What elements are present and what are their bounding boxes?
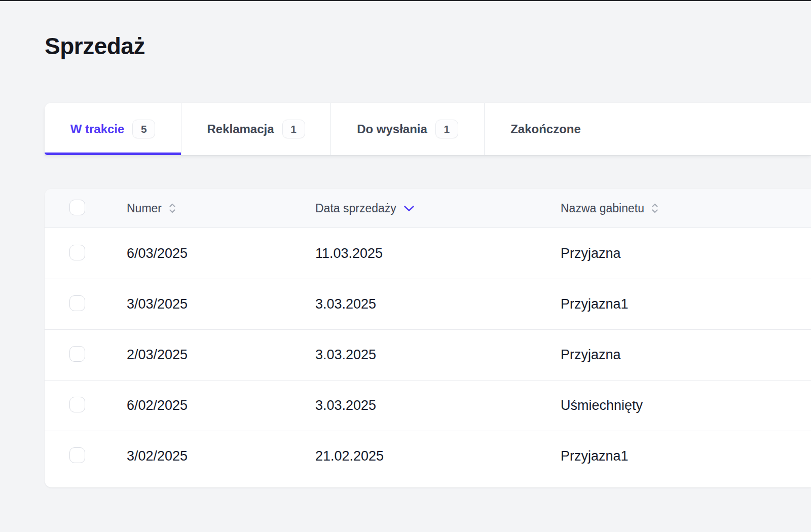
tab-bar-filler — [607, 103, 811, 155]
column-header-data-sprzedazy[interactable]: Data sprzedaży — [315, 202, 561, 215]
row-checkbox[interactable] — [69, 346, 85, 362]
tab-do-wyslania[interactable]: Do wysłania 1 — [330, 103, 484, 155]
sales-page: Sprzedaż W trakcie 5 Reklamacja 1 Do wys… — [0, 32, 811, 487]
tab-label: Reklamacja — [207, 122, 274, 136]
cell-numer: 6/03/2025 — [127, 246, 315, 261]
table-row[interactable]: 3/03/2025 3.03.2025 Przyjazna1 — [45, 279, 811, 329]
sales-tab-bar: W trakcie 5 Reklamacja 1 Do wysłania 1 Z… — [45, 103, 811, 155]
tab-reklamacja[interactable]: Reklamacja 1 — [181, 103, 330, 155]
sort-updown-icon — [651, 202, 659, 215]
cell-data-sprzedazy: 3.03.2025 — [315, 347, 561, 363]
tab-count-badge: 5 — [132, 120, 155, 138]
row-checkbox[interactable] — [69, 447, 85, 463]
cell-nazwa-gabinetu: Przyjazna1 — [561, 296, 811, 312]
sort-desc-chevron-down-icon — [403, 205, 415, 212]
table-header-row: Numer Data sprzedaży Nazwa gabinetu — [45, 189, 811, 228]
row-checkbox[interactable] — [69, 295, 85, 311]
tab-label: W trakcie — [70, 122, 125, 136]
cell-data-sprzedazy: 11.03.2025 — [315, 246, 561, 261]
cell-numer: 6/02/2025 — [127, 398, 315, 413]
column-header-numer[interactable]: Numer — [127, 202, 315, 215]
tab-label: Zakończone — [510, 122, 581, 136]
row-checkbox-cell — [45, 346, 127, 364]
header-checkbox-cell — [45, 200, 127, 217]
select-all-checkbox[interactable] — [69, 200, 85, 215]
cell-numer: 2/03/2025 — [127, 347, 315, 363]
sort-updown-icon — [168, 202, 176, 215]
tab-w-trakcie[interactable]: W trakcie 5 — [45, 103, 181, 155]
row-checkbox-cell — [45, 447, 127, 465]
table-row[interactable]: 2/03/2025 3.03.2025 Przyjazna — [45, 329, 811, 380]
cell-data-sprzedazy: 3.03.2025 — [315, 296, 561, 312]
cell-nazwa-gabinetu: Przyjazna — [561, 246, 811, 261]
cell-nazwa-gabinetu: Przyjazna1 — [561, 448, 811, 464]
table-row[interactable]: 6/03/2025 11.03.2025 Przyjazna — [45, 228, 811, 279]
cell-data-sprzedazy: 21.02.2025 — [315, 448, 561, 464]
cell-data-sprzedazy: 3.03.2025 — [315, 398, 561, 413]
row-checkbox[interactable] — [69, 397, 85, 412]
table-row[interactable]: 3/02/2025 21.02.2025 Przyjazna1 — [45, 431, 811, 481]
column-header-nazwa-gabinetu[interactable]: Nazwa gabinetu — [561, 202, 811, 215]
cell-numer: 3/02/2025 — [127, 448, 315, 464]
tab-label: Do wysłania — [357, 122, 427, 136]
row-checkbox-cell — [45, 397, 127, 414]
column-label: Numer — [127, 202, 162, 215]
table-row[interactable]: 6/02/2025 3.03.2025 Uśmiechnięty — [45, 380, 811, 431]
tab-zakonczone[interactable]: Zakończone — [484, 103, 607, 155]
row-checkbox-cell — [45, 245, 127, 262]
column-label: Data sprzedaży — [315, 202, 396, 215]
tab-count-badge: 1 — [435, 120, 458, 138]
tab-count-badge: 1 — [282, 120, 305, 138]
column-label: Nazwa gabinetu — [561, 202, 644, 215]
cell-numer: 3/03/2025 — [127, 296, 315, 312]
active-tab-indicator — [45, 153, 181, 155]
window-top-edge — [0, 0, 811, 1]
page-title: Sprzedaż — [45, 32, 811, 60]
cell-nazwa-gabinetu: Przyjazna — [561, 347, 811, 363]
sales-table-card: Numer Data sprzedaży Nazwa gabinetu — [45, 189, 811, 487]
row-checkbox[interactable] — [69, 245, 85, 260]
row-checkbox-cell — [45, 295, 127, 313]
cell-nazwa-gabinetu: Uśmiechnięty — [561, 398, 811, 413]
